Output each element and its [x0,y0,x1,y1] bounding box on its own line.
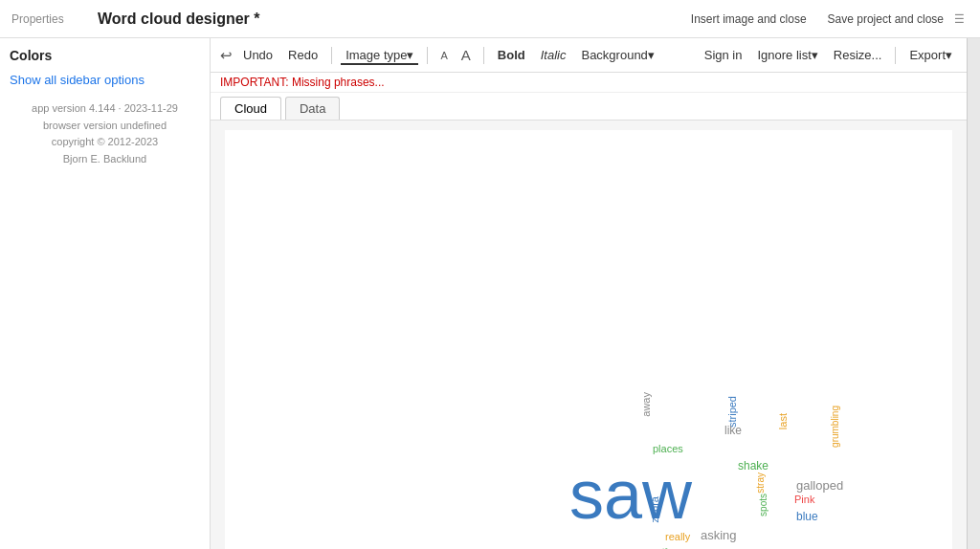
author-text: Bjorn E. Backlund [10,151,200,168]
word-zebra: zebra [650,496,660,523]
word-really: really [665,532,690,542]
tab-cloud[interactable]: Cloud [220,97,281,120]
colors-heading: Colors [10,48,200,63]
word-galloped: galloped [796,479,843,492]
app-title: Word cloud designer * [88,11,685,28]
copyright-text: copyright © 2012-2023 [10,134,200,151]
font-size-decrease-icon[interactable]: A [436,48,451,63]
font-size-increase-icon[interactable]: A [457,45,475,65]
right-edge-handle[interactable] [967,38,980,549]
word-saw: saw [569,460,692,529]
undo-icon: ↩ [220,47,233,64]
word-places: places [653,444,683,454]
word-asking: asking [701,529,737,541]
properties-tab-label: Properties [11,12,88,26]
show-all-sidebar-link[interactable]: Show all sidebar options [10,73,200,87]
word-shake: shake [738,460,768,472]
ignore-list-button[interactable]: Ignore list▾ [752,46,822,64]
toolbar-sep-3 [483,47,484,64]
word-spots: spots [759,494,768,516]
resize-button[interactable]: Resize... [829,46,887,64]
redo-button[interactable]: Redo [283,46,323,64]
background-button[interactable]: Background▾ [576,46,658,64]
save-project-button[interactable]: Save project and close [822,9,949,30]
word-blue: blue [796,511,818,522]
word-grumbling: grumbling [831,406,840,448]
word-stray: stray [756,472,766,494]
word-last: last [778,413,789,429]
toolbar-sep-4 [895,47,896,64]
canvas-area: sawawaystripedlastgrumblinglikeshakeplac… [211,121,967,549]
toolbar-sep-2 [427,47,428,64]
alert-bar: IMPORTANT: Missing phrases... [211,73,967,93]
insert-image-button[interactable]: Insert image and close [685,9,813,30]
tab-data[interactable]: Data [285,97,340,120]
image-type-button[interactable]: Image type▾ [341,46,418,65]
sign-in-button[interactable]: Sign in [700,46,747,64]
app-version-text: app version 4.144 · 2023-11-29 [10,100,200,118]
word-like: like [724,425,742,436]
word-cloud-canvas[interactable]: sawawaystripedlastgrumblinglikeshakeplac… [225,130,952,549]
toolbar-sep-1 [331,47,332,64]
bold-button[interactable]: Bold [493,46,530,64]
undo-button[interactable]: Undo [238,46,278,64]
export-button[interactable]: Export▾ [904,46,957,64]
word-pink: Pink [794,494,814,505]
word-away: away [641,392,652,417]
corner-icon[interactable]: ☰ [949,12,969,26]
browser-version-text: browser version undefined [10,118,200,135]
italic-button[interactable]: Italic [536,46,571,64]
